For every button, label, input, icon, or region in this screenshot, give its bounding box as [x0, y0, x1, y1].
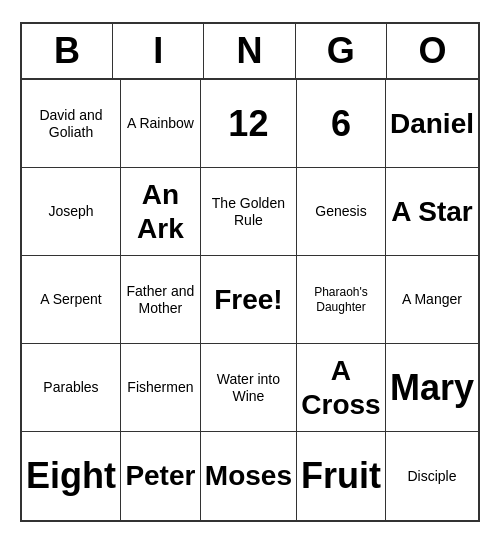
bingo-cell: Parables	[22, 344, 121, 432]
header-letter: O	[387, 24, 478, 78]
bingo-cell: Pharaoh's Daughter	[297, 256, 386, 344]
bingo-cell: An Ark	[121, 168, 201, 256]
bingo-cell: A Star	[386, 168, 478, 256]
bingo-cell: Fishermen	[121, 344, 201, 432]
bingo-cell: David and Goliath	[22, 80, 121, 168]
bingo-cell: Free!	[201, 256, 297, 344]
header-letter: N	[204, 24, 295, 78]
bingo-cell: Water into Wine	[201, 344, 297, 432]
bingo-cell: Disciple	[386, 432, 478, 520]
bingo-cell: A Serpent	[22, 256, 121, 344]
header-letter: I	[113, 24, 204, 78]
bingo-cell: Mary	[386, 344, 478, 432]
header-letter: B	[22, 24, 113, 78]
bingo-cell: A Rainbow	[121, 80, 201, 168]
bingo-cell: 12	[201, 80, 297, 168]
bingo-cell: A Cross	[297, 344, 386, 432]
bingo-cell: A Manger	[386, 256, 478, 344]
bingo-cell: Peter	[121, 432, 201, 520]
bingo-cell: Joseph	[22, 168, 121, 256]
bingo-header: BINGO	[22, 24, 478, 80]
header-letter: G	[296, 24, 387, 78]
bingo-card: BINGO David and GoliathA Rainbow126Danie…	[20, 22, 480, 522]
bingo-cell: Moses	[201, 432, 297, 520]
bingo-grid: David and GoliathA Rainbow126DanielJosep…	[22, 80, 478, 520]
bingo-cell: Genesis	[297, 168, 386, 256]
bingo-cell: Fruit	[297, 432, 386, 520]
bingo-cell: Eight	[22, 432, 121, 520]
bingo-cell: Father and Mother	[121, 256, 201, 344]
bingo-cell: 6	[297, 80, 386, 168]
bingo-cell: The Golden Rule	[201, 168, 297, 256]
bingo-cell: Daniel	[386, 80, 478, 168]
